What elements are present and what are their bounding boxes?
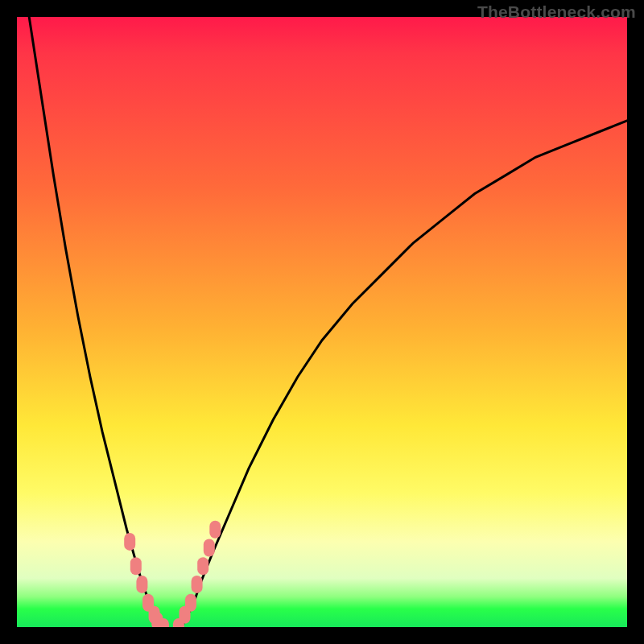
marker-point [185, 594, 196, 612]
marker-point [173, 618, 184, 627]
plot-area [17, 17, 627, 627]
marker-point [142, 594, 154, 612]
marker-point [124, 533, 135, 551]
markers-group [124, 521, 221, 627]
curve-group [29, 17, 627, 627]
marker-point [209, 521, 221, 539]
watermark-text: TheBottleneck.com [477, 2, 636, 22]
marker-point [180, 606, 191, 624]
outer-frame: TheBottleneck.com [0, 0, 644, 644]
chart-svg [17, 17, 627, 627]
left-branch-path [29, 17, 163, 627]
marker-point [204, 539, 215, 557]
marker-point [197, 557, 208, 575]
marker-point [192, 576, 203, 593]
marker-point [151, 612, 163, 627]
marker-point [158, 618, 169, 627]
marker-point [149, 606, 160, 624]
marker-point [136, 576, 147, 593]
right-branch-path [182, 121, 627, 627]
marker-point [130, 557, 142, 575]
